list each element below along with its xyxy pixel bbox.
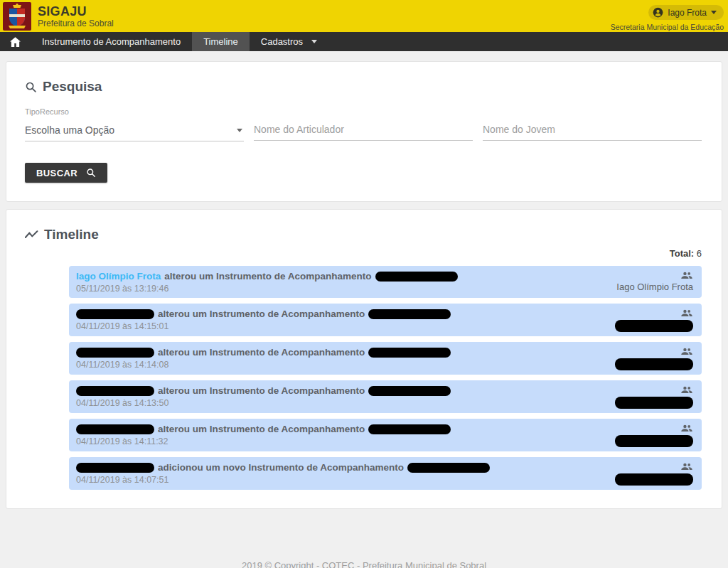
timeline-item-right	[615, 462, 693, 486]
main-content: Pesquisa TipoRecurso Escolha uma Opção B…	[0, 51, 728, 568]
search-icon	[86, 168, 96, 178]
timeline-title-text: Timeline	[44, 227, 99, 242]
chevron-down-icon	[311, 40, 317, 43]
search-title-text: Pesquisa	[43, 79, 102, 95]
people-icon	[680, 385, 693, 395]
nav-item-cadastros[interactable]: Cadastros	[250, 32, 328, 51]
tipo-recurso-label: TipoRecurso	[25, 107, 244, 116]
buscar-button[interactable]: BUSCAR	[25, 163, 107, 183]
action-text: alterou um Instrumento de Acompanhamento	[158, 424, 365, 434]
jovem-field	[483, 107, 702, 141]
timeline-total: Total: 6	[25, 248, 702, 259]
right-redaction	[615, 358, 693, 370]
app-subtitle: Prefeitura de Sobral	[38, 18, 114, 28]
item-timestamp: 04/11/2019 às 14:07:51	[76, 475, 490, 485]
item-timestamp: 05/11/2019 às 13:19:46	[76, 284, 458, 294]
timeline-item-headline: alterou um Instrumento de Acompanhamento	[76, 347, 451, 358]
timeline-item-headline: alterou um Instrumento de Acompanhamento	[76, 309, 451, 319]
actor-redaction	[76, 463, 154, 473]
nav-item-cadastros-label: Cadastros	[261, 36, 303, 47]
timeline-icon	[25, 230, 38, 240]
page-footer: 2019 © Copyright - COTEC - Prefeitura Mu…	[6, 516, 722, 568]
timeline-item[interactable]: alterou um Instrumento de Acompanhamento…	[69, 419, 702, 451]
actor-redaction	[76, 309, 154, 319]
timeline-item-right	[615, 309, 693, 332]
target-redaction	[368, 348, 451, 358]
right-redaction	[615, 473, 693, 486]
tipo-recurso-selected-value: Escolha uma Opção	[25, 124, 114, 136]
search-filters: TipoRecurso Escolha uma Opção	[25, 107, 702, 141]
jovem-input[interactable]	[483, 121, 702, 141]
timeline-item-headline: alterou um Instrumento de Acompanhamento	[76, 424, 451, 434]
timeline-item-right	[615, 347, 693, 370]
search-card-title: Pesquisa	[25, 79, 702, 95]
chevron-down-icon	[711, 11, 717, 14]
item-timestamp: 04/11/2019 às 14:11:32	[76, 436, 451, 446]
search-card: Pesquisa TipoRecurso Escolha uma Opção B…	[6, 61, 722, 202]
timeline-item[interactable]: alterou um Instrumento de Acompanhamento…	[69, 342, 702, 375]
timeline-item[interactable]: Iago Olímpio Frota alterou um Instrument…	[69, 266, 702, 298]
timeline-card-title: Timeline	[25, 227, 702, 242]
nav-item-timeline[interactable]: Timeline	[192, 32, 250, 51]
action-text: alterou um Instrumento de Acompanhamento	[158, 347, 365, 358]
right-redaction	[615, 435, 693, 447]
actor-redaction	[76, 348, 154, 358]
total-value: 6	[697, 248, 702, 259]
buscar-label: BUSCAR	[36, 168, 77, 178]
sobral-crest-logo	[3, 2, 31, 31]
target-redaction	[407, 463, 490, 473]
action-text: adicionou um novo Instrumento de Acompan…	[158, 462, 404, 473]
timeline-item[interactable]: alterou um Instrumento de Acompanhamento…	[69, 304, 702, 336]
tipo-recurso-select[interactable]: Escolha uma Opção	[25, 122, 244, 141]
people-icon	[680, 309, 693, 318]
timeline-item-left: Iago Olímpio Frota alterou um Instrument…	[76, 271, 458, 294]
right-redaction	[615, 320, 693, 332]
user-avatar-icon	[653, 7, 663, 18]
timeline-item-right: Iago Olímpio Frota	[616, 271, 693, 292]
timeline-item-headline: alterou um Instrumento de Acompanhamento	[76, 385, 451, 396]
people-icon	[680, 462, 693, 471]
brand-text: SIGAJU Prefeitura de Sobral	[38, 4, 114, 28]
user-name: Iago Frota	[668, 8, 707, 18]
timeline-list: Iago Olímpio Frota alterou um Instrument…	[69, 266, 702, 490]
timeline-item-headline: adicionou um novo Instrumento de Acompan…	[76, 462, 490, 473]
timeline-card: Timeline Total: 6 Iago Olímpio Frota alt…	[6, 209, 722, 509]
brand: SIGAJU Prefeitura de Sobral	[3, 2, 114, 31]
articulador-field	[254, 107, 473, 141]
total-label: Total:	[670, 248, 694, 259]
people-icon	[680, 347, 693, 356]
user-menu-button[interactable]: Iago Frota	[648, 5, 724, 20]
target-redaction	[375, 272, 458, 282]
copyright-text: 2019 © Copyright - COTEC - Prefeitura Mu…	[242, 560, 486, 568]
target-redaction	[368, 309, 451, 319]
action-text: alterou um Instrumento de Acompanhamento	[158, 385, 365, 396]
action-text: alterou um Instrumento de Acompanhamento	[164, 271, 371, 282]
nav-item-instrumento[interactable]: Instrumento de Acompanhamento	[31, 32, 192, 51]
actor-redaction	[76, 424, 154, 434]
timeline-item-right	[615, 424, 693, 447]
timeline-item-left: alterou um Instrumento de Acompanhamento…	[76, 309, 451, 331]
timeline-item-left: alterou um Instrumento de Acompanhamento…	[76, 347, 451, 370]
timeline-item[interactable]: alterou um Instrumento de Acompanhamento…	[69, 380, 702, 413]
app-header: SIGAJU Prefeitura de Sobral Iago Frota S…	[0, 0, 728, 32]
timeline-item-left: alterou um Instrumento de Acompanhamento…	[76, 424, 451, 446]
people-icon	[680, 424, 693, 433]
articulador-input[interactable]	[254, 121, 473, 141]
item-timestamp: 04/11/2019 às 14:14:08	[76, 360, 451, 370]
action-text: alterou um Instrumento de Acompanhamento	[158, 309, 365, 319]
item-timestamp: 04/11/2019 às 14:13:50	[76, 398, 451, 408]
timeline-item-headline: Iago Olímpio Frota alterou um Instrument…	[76, 271, 458, 282]
home-button[interactable]	[0, 32, 31, 51]
org-label: Secretaria Municipal da Educação	[611, 23, 724, 31]
main-navbar: Instrumento de Acompanhamento Timeline C…	[0, 32, 728, 51]
actor-link[interactable]: Iago Olímpio Frota	[76, 271, 161, 282]
home-icon	[10, 37, 21, 47]
timeline-item[interactable]: adicionou um novo Instrumento de Acompan…	[69, 457, 702, 490]
actor-name-right: Iago Olímpio Frota	[616, 282, 693, 292]
timeline-item-left: alterou um Instrumento de Acompanhamento…	[76, 385, 451, 408]
item-timestamp: 04/11/2019 às 14:15:01	[76, 321, 451, 331]
target-redaction	[368, 386, 451, 396]
tipo-recurso-field: TipoRecurso Escolha uma Opção	[25, 107, 244, 141]
select-caret-icon	[237, 129, 242, 132]
app-title: SIGAJU	[38, 4, 114, 18]
